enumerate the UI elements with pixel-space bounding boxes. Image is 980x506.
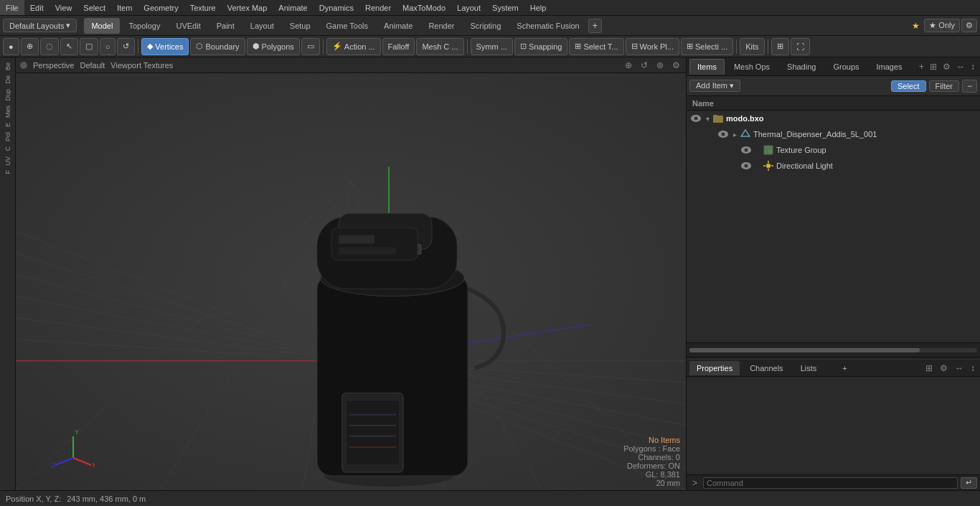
props-expand-icon[interactable]: ↔ (953, 363, 966, 373)
expand-thermal[interactable]: ▸ (730, 129, 740, 139)
sidebar-item-de[interactable]: De (4, 73, 12, 86)
circle-tool[interactable]: ○ (100, 38, 116, 55)
sidebar-item-c[interactable]: C (4, 144, 12, 154)
tab-groups[interactable]: Groups (825, 59, 867, 75)
item-row-texture-group[interactable]: ▸ Texture Group (712, 142, 980, 158)
props-collapse-icon[interactable]: ↕ (969, 363, 977, 373)
add-item-button[interactable]: Add Item ▾ (689, 80, 740, 92)
sidebar-item-be[interactable]: Be (4, 60, 12, 72)
snapping-button[interactable]: ⊡ Snapping (514, 38, 568, 55)
rotate-tool[interactable]: ↺ (117, 38, 135, 55)
tab-properties[interactable]: Properties (689, 361, 740, 375)
menu-maxtomod[interactable]: MaxToModo (397, 0, 451, 15)
polygons-button[interactable]: ⬢ Polygons (247, 38, 300, 55)
tab-items[interactable]: Items (689, 59, 725, 75)
sidebar-item-uv[interactable]: UV (4, 154, 12, 168)
add-tab-button[interactable]: + (588, 19, 602, 33)
rect-select-btn[interactable]: ▭ (301, 38, 320, 55)
panel-add-icon[interactable]: + (917, 62, 926, 72)
menu-geometry[interactable]: Geometry (138, 0, 184, 15)
tab-animate[interactable]: Animate (377, 18, 420, 34)
arrow-tool[interactable]: ↖ (60, 38, 78, 55)
menu-layout[interactable]: Layout (451, 0, 486, 15)
kits-button[interactable]: Kits (740, 38, 764, 55)
tab-paint[interactable]: Paint (209, 18, 242, 34)
item-row-modo-bxo[interactable]: ▾ modo.bxo (687, 111, 980, 126)
tab-shading[interactable]: Shading (779, 59, 824, 75)
menu-item[interactable]: Item (111, 0, 138, 15)
menu-dynamics[interactable]: Dynamics (314, 0, 359, 15)
minus-button[interactable]: − (962, 80, 977, 93)
vp-settings-icon[interactable]: ⚙ (671, 60, 682, 70)
lasso-tool[interactable]: ◌ (40, 38, 59, 55)
menu-render[interactable]: Render (359, 0, 397, 15)
filter-button[interactable]: Filter (929, 80, 959, 92)
tab-model[interactable]: Model (84, 18, 120, 34)
tab-render[interactable]: Render (421, 18, 461, 34)
select-button[interactable]: Select (891, 80, 926, 92)
viewport-canvas[interactable]: Y X Z No Items Polygons : Face Channels:… (16, 73, 686, 490)
symm-button[interactable]: Symm ... (471, 38, 513, 55)
command-input[interactable] (703, 477, 958, 489)
panel-expand-icon[interactable]: ↔ (954, 62, 967, 72)
menu-help[interactable]: Help (524, 0, 552, 15)
props-settings-icon[interactable]: ⚙ (938, 363, 950, 373)
viewport-textures-label[interactable]: Viewport Textures (110, 61, 173, 70)
sidebar-item-f[interactable]: F (4, 168, 12, 177)
panel-collapse-icon[interactable]: ↕ (969, 62, 977, 72)
visibility-toggle-directional-light[interactable] (740, 159, 753, 172)
only-button[interactable]: ★ Only (924, 19, 960, 32)
visibility-toggle-texture-group[interactable] (740, 144, 753, 156)
panel-settings-icon[interactable]: ⚙ (941, 62, 953, 72)
boundary-button[interactable]: ⬡ Boundary (190, 38, 245, 55)
tab-setup[interactable]: Setup (283, 18, 318, 34)
square-tool[interactable]: ▢ (80, 38, 98, 55)
work-pl-button[interactable]: ⊟ Work Pl... (626, 38, 679, 55)
expand-modo-bxo[interactable]: ▾ (702, 113, 712, 123)
tab-channels[interactable]: Channels (743, 361, 790, 375)
props-layout-icon[interactable]: ⊞ (923, 363, 935, 373)
menu-texture[interactable]: Texture (184, 0, 222, 15)
dot-tool[interactable]: ● (3, 38, 19, 55)
sidebar-item-mesh[interactable]: Mes (4, 103, 12, 120)
items-list[interactable]: ▾ modo.bxo ▸ Thermal_Dispenser_Addis_5L_… (687, 111, 980, 342)
mesh-c-button[interactable]: Mesh C ... (416, 38, 463, 55)
viewport-3d[interactable]: Y X Z No Items Polygons : Face Channels:… (16, 73, 686, 490)
tab-images[interactable]: Images (869, 59, 910, 75)
menu-file[interactable]: File (0, 0, 24, 15)
item-row-thermal[interactable]: ▸ Thermal_Dispenser_Addis_5L_001 (701, 126, 980, 142)
scrollbar-thumb[interactable] (689, 348, 920, 352)
tab-lists[interactable]: Lists (793, 361, 824, 375)
menu-animate[interactable]: Animate (273, 0, 313, 15)
tab-mesh-ops[interactable]: Mesh Ops (726, 59, 778, 75)
item-row-directional-light[interactable]: ▸ Directional Light (712, 158, 980, 174)
menu-vertex-map[interactable]: Vertex Map (222, 0, 273, 15)
tab-props-add[interactable]: + (835, 361, 854, 375)
visibility-toggle-thermal[interactable] (717, 128, 730, 141)
vertices-button[interactable]: ◆ Vertices (141, 38, 189, 55)
globe-tool[interactable]: ⊕ (21, 38, 39, 55)
menu-edit[interactable]: Edit (24, 0, 50, 15)
default-label[interactable]: Default (80, 61, 105, 70)
menu-system[interactable]: System (486, 0, 524, 15)
falloff-button[interactable]: Falloff (382, 38, 415, 55)
layout-selector[interactable]: Default Layouts ▾ (3, 19, 77, 32)
action-button[interactable]: ⚡ Action ... (326, 38, 381, 55)
vp-move-icon[interactable]: ⊕ (623, 60, 633, 70)
cmd-go-button[interactable]: ↵ (961, 477, 977, 489)
sidebar-item-e[interactable]: E (4, 121, 12, 129)
vp-zoom-icon[interactable]: ⊛ (655, 60, 665, 70)
tab-game-tools[interactable]: Game Tools (319, 18, 376, 34)
sidebar-item-dup[interactable]: Dup (4, 87, 12, 103)
panel-layout-icon[interactable]: ⊞ (928, 62, 939, 72)
tab-layout[interactable]: Layout (243, 18, 281, 34)
selecti-button[interactable]: ⊞ Selecti ... (681, 38, 733, 55)
viewport-dot[interactable] (20, 62, 27, 69)
fullscreen-btn[interactable]: ⛶ (791, 38, 810, 55)
tab-uvedit[interactable]: UVEdit (169, 18, 207, 34)
tab-scripting[interactable]: Scripting (463, 18, 509, 34)
sidebar-item-pol[interactable]: Pol (4, 130, 12, 144)
cmd-arrow[interactable]: > (689, 478, 700, 488)
visibility-toggle-modo-bxo[interactable] (689, 112, 702, 125)
select-t-button[interactable]: ⊞ Select T... (569, 38, 623, 55)
